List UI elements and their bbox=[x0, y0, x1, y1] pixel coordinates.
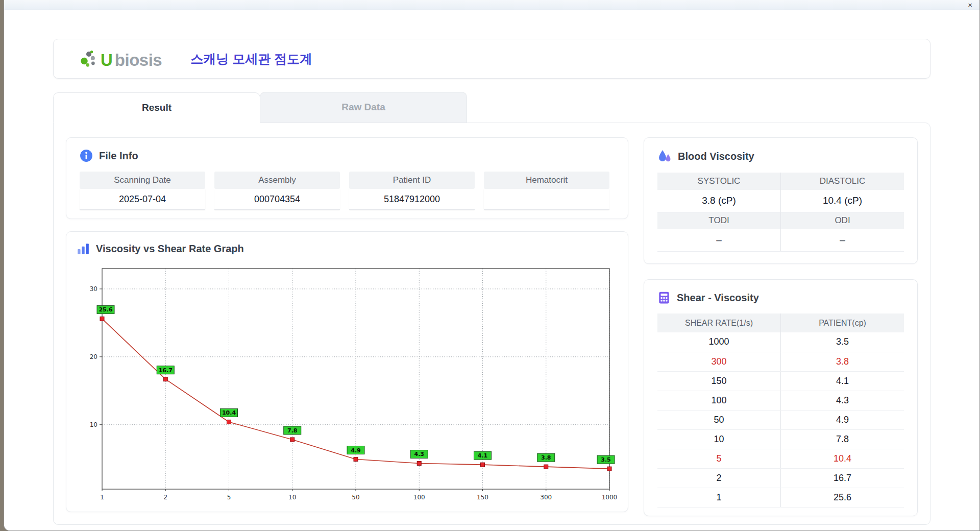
odi-value: – bbox=[781, 229, 904, 251]
patient-viscosity-cell: 10.4 bbox=[781, 449, 904, 468]
table-row: 504.9 bbox=[657, 410, 904, 429]
viscosity-graph-card: Viscosity vs Shear Rate Graph 1020301251… bbox=[66, 231, 628, 512]
logo-dots-icon bbox=[79, 49, 99, 68]
odi-header: ODI bbox=[781, 212, 904, 229]
field-value: 000704354 bbox=[214, 189, 340, 210]
table-row: 216.7 bbox=[657, 468, 904, 488]
shear-viscosity-table: SHEAR RATE(1/s) PATIENT(cp) 10003.53003.… bbox=[657, 313, 904, 508]
patient-viscosity-cell: 7.8 bbox=[781, 429, 904, 449]
tab-result[interactable]: Result bbox=[53, 92, 260, 123]
field-patient-id: Patient ID 51847912000 bbox=[349, 172, 475, 210]
svg-text:4.1: 4.1 bbox=[478, 452, 488, 459]
tab-raw-data[interactable]: Raw Data bbox=[260, 92, 467, 123]
table-row: – – bbox=[657, 229, 904, 251]
svg-text:30: 30 bbox=[90, 285, 97, 293]
right-column: Blood Viscosity SYSTOLIC DIASTOLIC 3.8 (… bbox=[644, 137, 918, 510]
field-assembly: Assembly 000704354 bbox=[214, 172, 340, 210]
table-row: 107.8 bbox=[657, 429, 904, 449]
systolic-header: SYSTOLIC bbox=[657, 173, 781, 190]
window-titlebar: × bbox=[4, 0, 979, 10]
shear-viscosity-title-row: Shear - Viscosity bbox=[657, 291, 904, 304]
svg-text:100: 100 bbox=[413, 494, 425, 501]
close-icon[interactable]: × bbox=[968, 0, 972, 10]
field-label: Hematocrit bbox=[484, 172, 609, 189]
file-info-title-row: File Info bbox=[80, 149, 615, 162]
table-row: 3003.8 bbox=[657, 352, 904, 371]
field-hematocrit: Hematocrit bbox=[484, 172, 609, 210]
info-icon bbox=[80, 149, 93, 162]
shear-rate-header: SHEAR RATE(1/s) bbox=[657, 313, 781, 332]
file-info-card: File Info Scanning Date 2025-07-04 Assem… bbox=[66, 137, 628, 219]
patient-viscosity-cell: 4.9 bbox=[781, 410, 904, 429]
field-value bbox=[484, 189, 609, 210]
field-scanning-date: Scanning Date 2025-07-04 bbox=[80, 172, 205, 210]
shear-rate-cell: 50 bbox=[657, 410, 781, 429]
graph-title: Viscosity vs Shear Rate Graph bbox=[96, 243, 244, 255]
patient-viscosity-cell: 3.5 bbox=[781, 332, 904, 352]
diastolic-header: DIASTOLIC bbox=[781, 173, 904, 190]
svg-text:50: 50 bbox=[352, 494, 359, 501]
svg-text:2: 2 bbox=[163, 494, 167, 501]
table-row: 1504.1 bbox=[657, 371, 904, 391]
shear-rate-cell: 10 bbox=[657, 429, 781, 449]
todi-header: TODI bbox=[657, 212, 781, 229]
droplets-icon bbox=[657, 149, 672, 163]
field-label: Patient ID bbox=[349, 172, 475, 189]
svg-text:3.5: 3.5 bbox=[601, 456, 611, 463]
svg-text:10: 10 bbox=[288, 494, 296, 501]
field-value: 2025-07-04 bbox=[80, 189, 205, 210]
patient-viscosity-cell: 4.1 bbox=[781, 371, 904, 391]
table-header-row: SHEAR RATE(1/s) PATIENT(cp) bbox=[657, 313, 904, 332]
table-row: 1004.3 bbox=[657, 391, 904, 410]
svg-text:5: 5 bbox=[227, 494, 231, 501]
blood-viscosity-title: Blood Viscosity bbox=[678, 151, 754, 162]
shear-rate-cell: 100 bbox=[657, 391, 781, 410]
tab-bar: Result Raw Data bbox=[53, 92, 930, 123]
todi-value: – bbox=[657, 229, 781, 251]
systolic-value: 3.8 (cP) bbox=[657, 190, 781, 212]
table-row: 125.6 bbox=[657, 488, 904, 507]
svg-text:150: 150 bbox=[477, 494, 488, 501]
patient-viscosity-cell: 3.8 bbox=[781, 352, 904, 371]
diastolic-value: 10.4 (cP) bbox=[781, 190, 904, 212]
svg-text:7.8: 7.8 bbox=[287, 427, 298, 434]
svg-text:1: 1 bbox=[100, 494, 104, 501]
app-window: × Ubiosis 스캐닝 모세관 점도계 Re bbox=[4, 0, 980, 531]
svg-text:1000: 1000 bbox=[602, 494, 618, 501]
patient-header: PATIENT(cp) bbox=[781, 313, 904, 332]
svg-text:3.8: 3.8 bbox=[541, 454, 551, 461]
shear-rate-cell: 1000 bbox=[657, 332, 781, 352]
app-header: Ubiosis 스캐닝 모세관 점도계 bbox=[53, 39, 930, 79]
svg-text:10: 10 bbox=[90, 421, 97, 428]
blood-viscosity-title-row: Blood Viscosity bbox=[657, 149, 904, 163]
ubiosis-logo: Ubiosis bbox=[79, 49, 162, 68]
logo-text-u: U bbox=[101, 52, 113, 68]
svg-text:20: 20 bbox=[90, 353, 97, 360]
calculator-icon bbox=[657, 291, 671, 304]
field-value: 51847912000 bbox=[349, 189, 475, 210]
result-panel: File Info Scanning Date 2025-07-04 Assem… bbox=[53, 123, 930, 525]
patient-viscosity-cell: 25.6 bbox=[781, 488, 904, 507]
shear-rate-cell: 1 bbox=[657, 488, 781, 507]
svg-text:25.6: 25.6 bbox=[99, 306, 112, 313]
bar-chart-icon bbox=[77, 242, 90, 255]
table-row: 510.4 bbox=[657, 449, 904, 468]
shear-rate-cell: 5 bbox=[657, 449, 781, 468]
left-column: File Info Scanning Date 2025-07-04 Assem… bbox=[66, 137, 628, 510]
blood-viscosity-card: Blood Viscosity SYSTOLIC DIASTOLIC 3.8 (… bbox=[644, 137, 918, 264]
svg-text:4.3: 4.3 bbox=[414, 451, 425, 457]
table-row: 3.8 (cP) 10.4 (cP) bbox=[657, 190, 904, 212]
table-header-row: SYSTOLIC DIASTOLIC bbox=[657, 173, 904, 190]
file-info-title: File Info bbox=[99, 150, 138, 162]
page-title: 스캐닝 모세관 점도계 bbox=[190, 51, 312, 67]
viscosity-chart: 1020301251050100150300100025.616.710.47.… bbox=[77, 264, 618, 504]
shear-rate-cell: 300 bbox=[657, 352, 781, 371]
patient-viscosity-cell: 4.3 bbox=[781, 391, 904, 410]
logo-text-biosis: biosis bbox=[115, 52, 162, 68]
svg-text:300: 300 bbox=[540, 494, 552, 501]
shear-rate-cell: 150 bbox=[657, 371, 781, 391]
svg-text:16.7: 16.7 bbox=[159, 367, 173, 374]
shear-rate-cell: 2 bbox=[657, 468, 781, 488]
shear-viscosity-card: Shear - Viscosity SHEAR RATE(1/s) PATIEN… bbox=[644, 279, 918, 516]
blood-viscosity-table: SYSTOLIC DIASTOLIC 3.8 (cP) 10.4 (cP) TO… bbox=[657, 173, 904, 252]
